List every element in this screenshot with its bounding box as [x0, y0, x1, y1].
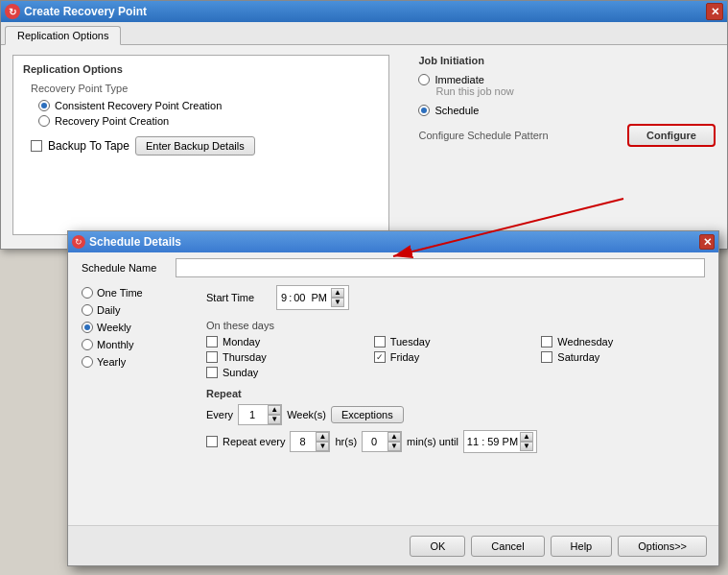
sched-type-monthly-label: Monthly [97, 339, 134, 350]
day-thursday-checkbox[interactable] [206, 351, 218, 363]
replication-options-title: Replication Options [23, 63, 379, 75]
day-saturday-label: Saturday [557, 351, 599, 363]
recovery-point-type-label: Recovery Point Type [31, 83, 379, 94]
sched-type-weekly[interactable]: Weekly [82, 320, 187, 335]
day-saturday-checkbox[interactable] [541, 351, 552, 363]
main-dialog: ↻ Create Recovery Point ✕ Replication Op… [0, 0, 728, 250]
radio-immediate[interactable]: Immediate [418, 74, 716, 85]
on-these-days-label: On these days [206, 320, 705, 331]
min-until-label: min(s) until [407, 436, 458, 447]
sched-type-monthly[interactable]: Monthly [82, 337, 187, 352]
day-sunday[interactable]: Sunday [206, 367, 370, 378]
sched-type-yearly-circle[interactable] [82, 356, 93, 368]
schedule-label: Schedule [434, 105, 479, 116]
repeat-hrs-input[interactable] [291, 433, 314, 450]
sched-type-daily-label: Daily [97, 304, 120, 316]
mins-up-button[interactable]: ▲ [387, 432, 401, 442]
hrs-down-button[interactable]: ▼ [316, 442, 329, 451]
main-close-button[interactable]: ✕ [706, 3, 723, 20]
day-monday[interactable]: Monday [206, 336, 370, 347]
schedule-name-input[interactable] [176, 258, 705, 277]
repeat-mins-input[interactable] [363, 433, 386, 450]
sched-type-yearly[interactable]: Yearly [82, 354, 187, 370]
sched-type-one-time-label: One Time [97, 287, 143, 299]
exceptions-button[interactable]: Exceptions [331, 406, 404, 423]
day-thursday[interactable]: Thursday [206, 351, 370, 363]
day-wednesday-checkbox[interactable] [541, 336, 552, 347]
days-section: On these days Monday Tuesday Wednesday [206, 320, 705, 378]
sched-type-one-time-circle[interactable] [82, 287, 93, 299]
repeat-section: Repeat Every ▲ ▼ Week(s) Exceptions [206, 388, 705, 453]
start-time-hour: 9 [281, 292, 287, 303]
sched-type-daily[interactable]: Daily [82, 302, 187, 318]
time-down-button[interactable]: ▼ [331, 298, 344, 307]
sched-type-one-time[interactable]: One Time [82, 285, 187, 300]
recovery-point-type-group: Consistent Recovery Point Creation Recov… [38, 100, 379, 127]
radio-immediate-circle[interactable] [418, 74, 430, 85]
every-down-button[interactable]: ▼ [268, 415, 281, 424]
enter-backup-details-button[interactable]: Enter Backup Details [135, 136, 255, 156]
time-spinner: ▲ ▼ [331, 288, 344, 307]
radio-recovery[interactable]: Recovery Point Creation [38, 115, 379, 127]
configure-schedule-label: Configure Schedule Pattern [418, 130, 548, 141]
schedule-name-row: Schedule Name [68, 252, 718, 283]
sched-type-yearly-label: Yearly [97, 356, 126, 368]
time-up-button[interactable]: ▲ [331, 288, 344, 298]
backup-to-tape-checkbox[interactable] [31, 140, 42, 152]
schedule-footer: OK Cancel Help Options>> [68, 525, 718, 565]
day-tuesday[interactable]: Tuesday [374, 336, 538, 347]
every-value-input[interactable] [239, 406, 266, 423]
day-friday-label: Friday [390, 351, 420, 363]
day-sunday-checkbox[interactable] [206, 367, 218, 378]
hrs-up-button[interactable]: ▲ [316, 432, 329, 442]
main-dialog-titlebar: ↻ Create Recovery Point ✕ [1, 1, 727, 22]
radio-recovery-circle[interactable] [38, 115, 50, 127]
day-saturday[interactable]: Saturday [541, 351, 705, 363]
repeat-every-row: Repeat every ▲ ▼ hr(s) ▲ ▼ [206, 430, 705, 453]
sched-type-daily-circle[interactable] [82, 304, 93, 316]
sched-type-monthly-circle[interactable] [82, 339, 93, 350]
day-friday-checkbox[interactable] [374, 351, 386, 363]
until-time-value: 11 : 59 PM [467, 436, 518, 447]
schedule-dialog-icon: ↻ [72, 235, 85, 249]
day-sunday-label: Sunday [223, 367, 258, 378]
start-time-min: 00 [294, 292, 305, 303]
until-down-button[interactable]: ▼ [520, 442, 533, 451]
radio-schedule[interactable]: Schedule [418, 105, 716, 116]
every-up-button[interactable]: ▲ [268, 405, 281, 415]
schedule-dialog: ↻ Schedule Details ✕ Schedule Name One T… [67, 230, 719, 566]
options-button[interactable]: Options>> [618, 536, 707, 557]
start-time-row: Start Time 9 : 00 PM ▲ ▼ [206, 285, 705, 310]
radio-consistent[interactable]: Consistent Recovery Point Creation [38, 100, 379, 111]
schedule-option: Schedule Configure Schedule Pattern Conf… [418, 105, 716, 147]
help-button[interactable]: Help [551, 536, 613, 557]
configure-button[interactable]: Configure [627, 124, 716, 147]
day-tuesday-checkbox[interactable] [374, 336, 386, 347]
radio-schedule-circle[interactable] [418, 105, 430, 116]
sched-type-weekly-circle[interactable] [82, 322, 93, 333]
repeat-every-label: Repeat every [223, 436, 285, 447]
radio-consistent-label: Consistent Recovery Point Creation [55, 100, 222, 111]
day-monday-checkbox[interactable] [206, 336, 218, 347]
main-dialog-icon: ↻ [5, 4, 20, 19]
ok-button[interactable]: OK [410, 536, 465, 557]
until-up-button[interactable]: ▲ [520, 432, 533, 442]
every-spinner: ▲ ▼ [238, 404, 282, 425]
tab-replication-options[interactable]: Replication Options [5, 26, 121, 45]
every-row: Every ▲ ▼ Week(s) Exceptions [206, 404, 705, 425]
mins-down-button[interactable]: ▼ [387, 442, 401, 451]
cancel-button[interactable]: Cancel [471, 536, 544, 557]
repeat-every-checkbox[interactable] [206, 436, 218, 447]
week-label: Week(s) [287, 409, 326, 420]
day-wednesday[interactable]: Wednesday [541, 336, 705, 347]
schedule-close-button[interactable]: ✕ [699, 234, 715, 250]
day-friday[interactable]: Friday [374, 351, 538, 363]
schedule-titlebar: ↻ Schedule Details ✕ [68, 231, 718, 252]
start-time-ampm: PM [311, 292, 327, 303]
every-label: Every [206, 409, 233, 420]
title-left: ↻ Create Recovery Point [5, 4, 147, 19]
until-time: 11 : 59 PM ▲ ▼ [463, 430, 537, 453]
immediate-label: Immediate [434, 74, 483, 85]
time-colon: : [289, 292, 292, 303]
radio-consistent-circle[interactable] [38, 100, 50, 111]
